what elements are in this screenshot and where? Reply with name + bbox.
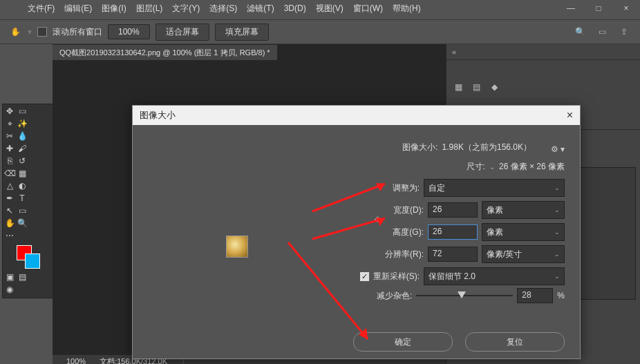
quickmask-icon[interactable]: ▣: [4, 271, 15, 282]
workspace: ✥▭ ⌖✨ ✂💧 ✚🖌 ⎘↺ ⌫▦ △◐ ✒T ↖▭ ✋🔍 ⋯ ▣▤ ◉ QQ截…: [0, 44, 640, 364]
height-input[interactable]: 26: [428, 224, 478, 240]
color-swatches[interactable]: [17, 245, 40, 269]
pen-tool-icon[interactable]: ✒: [4, 193, 15, 204]
height-label: 高度(G):: [393, 227, 424, 238]
layers-icon[interactable]: ▦: [452, 81, 464, 93]
zoom-tool-icon[interactable]: 🔍: [17, 218, 28, 229]
ok-button[interactable]: 确定: [353, 332, 453, 352]
image-size-dialog: 图像大小 × ⚙ ▾ 图像大小: 1.98K（之前为156.0K） 尺寸: ⌄ …: [132, 105, 581, 359]
menu-layer[interactable]: 图层(L): [136, 3, 163, 15]
fit-label: 调整为:: [393, 182, 420, 194]
workspace-icon[interactable]: ▭: [596, 26, 608, 38]
dim-label: 尺寸:: [467, 161, 485, 173]
menu-type[interactable]: 文字(Y): [172, 3, 200, 15]
toolbox: ✥▭ ⌖✨ ✂💧 ✚🖌 ⎘↺ ⌫▦ △◐ ✒T ↖▭ ✋🔍 ⋯ ▣▤ ◉: [2, 104, 55, 298]
menu-edit[interactable]: 编辑(E): [64, 3, 92, 15]
paths-icon[interactable]: ◆: [488, 81, 500, 93]
width-input[interactable]: 26: [428, 202, 478, 218]
shape-tool-icon[interactable]: ▭: [17, 205, 28, 216]
channels-icon[interactable]: ▤: [470, 81, 482, 93]
size-label: 图像大小:: [402, 142, 437, 153]
menu-filter[interactable]: 滤镜(T): [247, 3, 274, 15]
eraser-tool-icon[interactable]: ⌫: [4, 168, 15, 179]
menu-window[interactable]: 窗口(W): [353, 3, 383, 15]
eyedropper-tool-icon[interactable]: 💧: [17, 131, 28, 142]
annotation-arrow-1: [312, 180, 395, 217]
res-label: 分辨率(R):: [385, 249, 424, 260]
dim-chevron-icon[interactable]: ⌄: [489, 163, 495, 171]
fit-screen-button[interactable]: 适合屏幕: [156, 23, 209, 41]
res-input[interactable]: 72: [428, 247, 478, 262]
wand-tool-icon[interactable]: ✨: [17, 118, 28, 129]
close-window-button[interactable]: ×: [612, 0, 640, 17]
share-icon[interactable]: ⇪: [618, 26, 630, 38]
blur-tool-icon[interactable]: △: [4, 180, 15, 191]
crop-tool-icon[interactable]: ✂: [4, 131, 15, 142]
move-tool-icon[interactable]: ✥: [4, 106, 15, 117]
heal-tool-icon[interactable]: ✚: [4, 143, 15, 154]
options-bar: ✋ ▾ 滚动所有窗口 100% 适合屏幕 填充屏幕 🔍 ▭ ⇪: [0, 19, 640, 44]
menu-bar: 文件(F) 编辑(E) 图像(I) 图层(L) 文字(Y) 选择(S) 滤镜(T…: [0, 1, 421, 15]
brush-tool-icon[interactable]: 🖌: [17, 143, 28, 154]
dim-value: 26 像素 × 26 像素: [499, 161, 565, 173]
window-controls: — □ ×: [557, 0, 640, 17]
extra-icon[interactable]: ◉: [4, 284, 15, 295]
fit-select[interactable]: 自定⌄: [424, 179, 565, 197]
dialog-title: 图像大小: [140, 109, 176, 122]
width-unit-select[interactable]: 像素⌄: [482, 201, 565, 219]
gradient-tool-icon[interactable]: ▦: [17, 168, 28, 179]
scroll-all-checkbox[interactable]: [37, 27, 47, 37]
menu-view[interactable]: 视图(V): [316, 3, 343, 15]
document-tab[interactable]: QQ截图20190323130642.png @ 100% (图层 1 拷贝, …: [53, 44, 277, 60]
gear-icon[interactable]: ⚙ ▾: [551, 144, 565, 154]
search-icon[interactable]: 🔍: [574, 26, 586, 38]
resample-select[interactable]: 保留细节 2.0⌄: [424, 267, 565, 285]
width-label: 宽度(D):: [393, 204, 424, 216]
maximize-button[interactable]: □: [585, 0, 612, 17]
menu-3d[interactable]: 3D(D): [284, 3, 306, 13]
dialog-titlebar[interactable]: 图像大小 ×: [133, 106, 580, 125]
hand-tool2-icon[interactable]: ✋: [4, 218, 15, 229]
reset-button[interactable]: 复位: [465, 332, 565, 352]
marquee-tool-icon[interactable]: ▭: [17, 106, 28, 117]
noise-label: 减少杂色:: [377, 290, 412, 302]
zoom-100-button[interactable]: 100%: [108, 24, 150, 39]
res-unit-select[interactable]: 像素/英寸⌄: [482, 245, 565, 263]
height-unit-select[interactable]: 像素⌄: [482, 223, 565, 241]
dialog-close-button[interactable]: ×: [567, 109, 573, 122]
background-swatch[interactable]: [25, 253, 40, 269]
panel-collapse[interactable]: «: [446, 44, 640, 60]
svg-line-4: [288, 242, 368, 339]
more-tool-icon[interactable]: ⋯: [4, 230, 15, 241]
resample-label: 重新采样(S):: [373, 271, 420, 282]
minimize-button[interactable]: —: [557, 0, 585, 17]
menu-help[interactable]: 帮助(H): [393, 3, 421, 15]
menu-file[interactable]: 文件(F): [28, 3, 55, 15]
image-preview-thumbnail: [226, 236, 248, 258]
noise-slider[interactable]: [416, 291, 513, 300]
svg-line-0: [312, 184, 385, 211]
hand-tool-icon[interactable]: ✋: [8, 25, 22, 39]
type-tool-icon[interactable]: T: [17, 193, 28, 204]
zoom-status[interactable]: 100%: [66, 357, 86, 364]
menu-image[interactable]: 图像(I): [102, 3, 126, 15]
svg-marker-1: [376, 183, 385, 191]
menu-select[interactable]: 选择(S): [209, 3, 237, 15]
noise-input[interactable]: 28: [517, 288, 553, 303]
size-value: 1.98K（之前为156.0K）: [442, 142, 531, 153]
fill-screen-button[interactable]: 填充屏幕: [215, 23, 269, 41]
screenmode-icon[interactable]: ▤: [17, 271, 28, 282]
history-brush-icon[interactable]: ↺: [17, 155, 28, 166]
scroll-all-label: 滚动所有窗口: [53, 26, 102, 38]
title-bar: Ps 文件(F) 编辑(E) 图像(I) 图层(L) 文字(Y) 选择(S) 滤…: [0, 0, 640, 17]
link-icon[interactable]: ⎆: [375, 213, 380, 224]
dodge-tool-icon[interactable]: ◐: [17, 180, 28, 191]
stamp-tool-icon[interactable]: ⎘: [4, 155, 15, 166]
path-tool-icon[interactable]: ↖: [4, 205, 15, 216]
resample-checkbox[interactable]: ✓: [360, 272, 369, 281]
annotation-arrow-2: [312, 215, 395, 245]
noise-unit: %: [557, 291, 565, 300]
lasso-tool-icon[interactable]: ⌖: [4, 118, 15, 129]
